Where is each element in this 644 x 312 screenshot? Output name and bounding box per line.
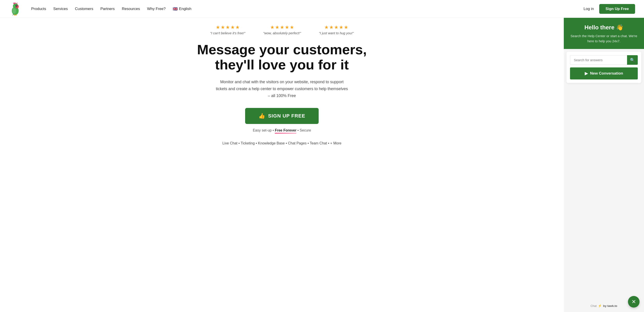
review-2: ★ ★ ★ ★ ★ "wow, absolutely perfect!" xyxy=(263,24,301,35)
thumbs-up-icon: 👍 xyxy=(258,113,266,119)
parrot-logo-icon xyxy=(9,2,22,15)
nav-actions: Log in Sign Up Free xyxy=(584,4,635,14)
stars-3: ★ ★ ★ ★ ★ xyxy=(324,24,348,30)
hero-section: ★ ★ ★ ★ ★ "I can't believe it's free!" ★… xyxy=(0,18,564,312)
star-icon: ★ xyxy=(275,24,280,30)
underline-decoration xyxy=(275,133,296,134)
language-label: English xyxy=(179,7,192,11)
star-icon: ★ xyxy=(220,24,225,30)
chat-widget-subtitle: Search the Help Center or start a chat. … xyxy=(569,34,639,44)
send-icon: ▶ xyxy=(585,71,588,76)
chat-widget-title: Hello there 👋 xyxy=(569,24,639,31)
close-icon: ✕ xyxy=(632,299,636,305)
nav-links: Products Services Customers Partners Res… xyxy=(31,6,584,11)
stars-2: ★ ★ ★ ★ ★ xyxy=(270,24,294,30)
review-3: ★ ★ ★ ★ ★ "I just want to hug you!" xyxy=(319,24,354,35)
navbar: Products Services Customers Partners Res… xyxy=(0,0,644,18)
search-icon: 🔍 xyxy=(630,58,635,63)
tagline-suffix: • Secure xyxy=(296,128,311,132)
nav-partners[interactable]: Partners xyxy=(100,7,114,11)
free-forever-label: Free Forever xyxy=(275,128,296,132)
star-icon: ★ xyxy=(324,24,329,30)
hero-cta-label: SIGN UP FREE xyxy=(268,113,305,119)
search-input[interactable] xyxy=(570,55,627,65)
new-conversation-button[interactable]: ▶ New Conversation xyxy=(570,67,638,79)
star-icon: ★ xyxy=(329,24,334,30)
review-text-2: "wow, absolutely perfect!" xyxy=(263,31,301,35)
hero-heading: Message your customers, they'll love you… xyxy=(182,42,382,72)
tagline-prefix: Easy set-up • xyxy=(253,128,275,132)
svg-rect-6 xyxy=(14,14,15,15)
star-icon: ★ xyxy=(230,24,235,30)
reviews-row: ★ ★ ★ ★ ★ "I can't believe it's free!" ★… xyxy=(210,24,354,35)
footer-chat-label: Chat xyxy=(590,304,596,308)
hero-signup-button[interactable]: 👍 SIGN UP FREE xyxy=(245,108,319,124)
chat-widget: Hello there 👋 Search the Help Center or … xyxy=(564,18,644,312)
star-icon: ★ xyxy=(334,24,338,30)
nav-customers[interactable]: Customers xyxy=(75,7,93,11)
wave-emoji-icon: 👋 xyxy=(616,24,623,31)
svg-rect-7 xyxy=(16,14,16,15)
logo[interactable] xyxy=(9,2,22,15)
nav-services[interactable]: Services xyxy=(53,7,68,11)
star-icon: ★ xyxy=(285,24,289,30)
login-button[interactable]: Log in xyxy=(584,7,594,11)
lightning-icon: ⚡ xyxy=(598,304,602,308)
tagline: Easy set-up • Free Forever • Secure xyxy=(253,128,311,132)
star-icon: ★ xyxy=(290,24,294,30)
stars-1: ★ ★ ★ ★ ★ xyxy=(216,24,240,30)
main-content: ★ ★ ★ ★ ★ "I can't believe it's free!" ★… xyxy=(0,18,644,312)
hero-subtext: Monitor and chat with the visitors on yo… xyxy=(215,79,349,99)
nav-resources[interactable]: Resources xyxy=(122,7,140,11)
star-icon: ★ xyxy=(216,24,220,30)
review-text-1: "I can't believe it's free!" xyxy=(210,31,245,35)
chat-widget-body: 🔍 ▶ New Conversation xyxy=(566,52,641,83)
star-icon: ★ xyxy=(339,24,344,30)
nav-products[interactable]: Products xyxy=(31,7,46,11)
star-icon: ★ xyxy=(280,24,284,30)
new-conversation-label: New Conversation xyxy=(590,71,623,76)
signup-button[interactable]: Sign Up Free xyxy=(599,4,635,14)
language-selector[interactable]: 🇬🇧 English xyxy=(173,6,192,11)
star-icon: ★ xyxy=(235,24,240,30)
nav-why-free[interactable]: Why Free? xyxy=(147,7,166,11)
review-1: ★ ★ ★ ★ ★ "I can't believe it's free!" xyxy=(210,24,245,35)
review-text-3: "I just want to hug you!" xyxy=(319,31,354,35)
flag-icon: 🇬🇧 xyxy=(173,6,178,11)
star-icon: ★ xyxy=(226,24,230,30)
features-row: Live Chat • Ticketing • Knowledge Base •… xyxy=(222,141,342,145)
star-icon: ★ xyxy=(270,24,274,30)
svg-point-5 xyxy=(16,5,17,6)
search-row: 🔍 xyxy=(570,55,638,65)
tawk-brand-label: by tawk.to xyxy=(603,304,617,308)
search-button[interactable]: 🔍 xyxy=(627,55,638,65)
chat-title-text: Hello there xyxy=(584,24,614,31)
star-icon: ★ xyxy=(344,24,348,30)
chat-widget-header: Hello there 👋 Search the Help Center or … xyxy=(564,18,644,49)
close-widget-button[interactable]: ✕ xyxy=(628,296,640,308)
